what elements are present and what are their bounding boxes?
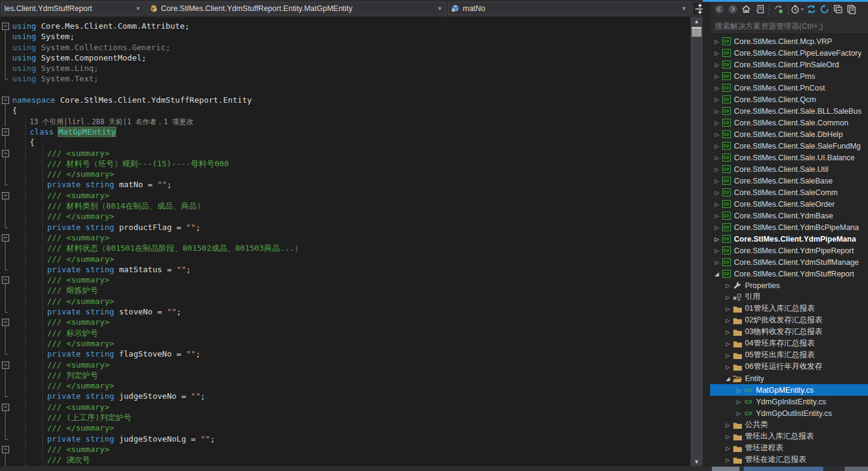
chevron-collapsed-icon[interactable]: ▷	[724, 457, 732, 463]
chevron-collapsed-icon[interactable]: ▷	[713, 39, 721, 45]
outlining-collapse-icon[interactable]	[0, 232, 12, 243]
chevron-expanded-icon[interactable]: ◢	[724, 376, 732, 382]
tree-item[interactable]: ▷06管坯运行年月收发存	[710, 361, 868, 373]
chevron-collapsed-icon[interactable]: ▷	[713, 97, 721, 103]
outlining-collapse-icon[interactable]	[0, 95, 12, 105]
editor-vertical-scrollbar[interactable]: ▲ ▼	[690, 17, 703, 466]
track-active-item-button[interactable]	[772, 4, 785, 17]
tree-item[interactable]: ▷C#Core.StlMes.Client.Sale.SaleFundMg	[710, 140, 868, 152]
outlining-collapse-icon[interactable]	[0, 190, 12, 201]
solution-explorer-search-input[interactable]: 搜索解决方案资源管理器(Ctrl+;)	[710, 19, 868, 34]
chevron-collapsed-icon[interactable]: ▷	[713, 62, 721, 68]
outlining-collapse-icon[interactable]	[0, 317, 12, 327]
sync-active-document-button[interactable]	[753, 4, 766, 17]
chevron-collapsed-icon[interactable]: ▷	[713, 85, 721, 91]
chevron-collapsed-icon[interactable]: ▷	[713, 259, 721, 265]
tree-item[interactable]: ▷C#YdmGpInlistEntity.cs	[710, 396, 868, 407]
tree-item[interactable]: ◢Entity	[710, 373, 868, 384]
tree-item[interactable]: ▷C#Core.StlMes.Client.Sale.DbHelp	[710, 128, 868, 140]
chevron-collapsed-icon[interactable]: ▷	[724, 445, 732, 451]
tree-item[interactable]: ▷C#Core.StlMes.Client.Sale.Util	[710, 163, 868, 175]
tree-item[interactable]: ▷C#YdmGpOutlistEntity.cs	[710, 407, 868, 419]
tree-item[interactable]: ▷C#Core.StlMes.Client.Sale.Common	[710, 117, 868, 128]
type-dropdown[interactable]: Core.StlMes.Client.YdmStuffReport.Entity…	[146, 2, 446, 15]
tree-item[interactable]: ▷C#Core.StlMes.Client.YdmStuffManage	[710, 256, 868, 268]
home-button[interactable]	[739, 4, 753, 17]
chevron-collapsed-icon[interactable]: ▷	[713, 155, 721, 161]
chevron-collapsed-icon[interactable]: ▷	[735, 387, 743, 393]
outlining-collapse-icon[interactable]	[0, 402, 12, 412]
chevron-collapsed-icon[interactable]: ▷	[713, 224, 721, 231]
back-button[interactable]	[713, 4, 726, 17]
tree-item[interactable]: ▷C#Core.StlMes.Client.YdmPipeReport	[710, 245, 868, 256]
properties-button[interactable]	[845, 4, 858, 17]
tree-item[interactable]: ▷管坯进程表	[710, 442, 868, 454]
chevron-collapsed-icon[interactable]: ▷	[724, 434, 732, 440]
collapse-all-button[interactable]	[831, 4, 845, 17]
outlining-collapse-icon[interactable]	[0, 360, 12, 370]
tree-item[interactable]: ▷C#Core.StlMes.Client.Sale.BLL.SaleBus	[710, 105, 868, 117]
tree-item[interactable]: ▷C#Core.StlMes.Client.Qcm	[710, 94, 868, 105]
tree-item[interactable]: ▷C#Core.StlMes.Client.Sale.UI.Balance	[710, 152, 868, 163]
scroll-up-icon[interactable]: ▲	[690, 17, 703, 26]
chevron-collapsed-icon[interactable]: ▷	[724, 317, 732, 324]
tree-item[interactable]: ▷02炉批收发存汇总报表	[710, 314, 868, 326]
chevron-collapsed-icon[interactable]: ▷	[735, 399, 743, 405]
chevron-collapsed-icon[interactable]: ▷	[713, 50, 721, 56]
tree-item[interactable]: ▷C#Core.StlMes.Client.Mcp.VRP	[710, 35, 868, 47]
tree-item[interactable]: ◢C#Core.StlMes.Client.YdmStuffReport	[710, 268, 868, 280]
tree-item[interactable]: ▷引用	[710, 291, 868, 303]
chevron-expanded-icon[interactable]: ◢	[713, 271, 721, 277]
tree-item[interactable]: ▷Properties	[710, 280, 868, 291]
tree-item[interactable]: ▷01管坯入库汇总报表	[710, 303, 868, 314]
chevron-collapsed-icon[interactable]: ▷	[735, 410, 743, 417]
project-dropdown[interactable]: les.Client.YdmStuffReport ▼	[1, 2, 144, 15]
tree-item[interactable]: ▷C#Core.StlMes.Client.SaleComm	[710, 187, 868, 198]
refresh-button[interactable]	[804, 4, 818, 17]
tree-item[interactable]: ▷C#Core.StlMes.Client.YdmBcPipeMana	[710, 221, 868, 233]
tree-item[interactable]: ▷管坯出入库汇总报表	[710, 431, 868, 442]
tree-item[interactable]: ▷C#Core.StlMes.Client.PipeLeaveFactory	[710, 47, 868, 59]
chevron-collapsed-icon[interactable]: ▷	[724, 422, 732, 428]
tree-item[interactable]: ▷C#Core.StlMes.Client.SaleBase	[710, 175, 868, 187]
tree-item[interactable]: ▷03物料收发存汇总报表	[710, 326, 868, 338]
scrollbar-thumb[interactable]	[692, 27, 702, 37]
tree-item[interactable]: ▷管坯在途汇总报表	[710, 454, 868, 465]
chevron-collapsed-icon[interactable]: ▷	[724, 294, 732, 300]
outlining-collapse-icon[interactable]	[0, 21, 12, 31]
chevron-collapsed-icon[interactable]: ▷	[724, 341, 732, 347]
chevron-collapsed-icon[interactable]: ▷	[713, 132, 721, 138]
outlining-collapse-icon[interactable]	[0, 444, 12, 454]
chevron-collapsed-icon[interactable]: ▷	[713, 143, 721, 149]
chevron-collapsed-icon[interactable]: ▷	[724, 283, 732, 289]
chevron-collapsed-icon[interactable]: ▷	[713, 236, 721, 242]
chevron-collapsed-icon[interactable]: ▷	[713, 178, 721, 184]
chevron-collapsed-icon[interactable]: ▷	[713, 201, 721, 207]
chevron-collapsed-icon[interactable]: ▷	[713, 166, 721, 172]
tree-item[interactable]: ▷C#Core.StlMes.Client.YdmPipeMana	[710, 233, 868, 245]
tree-item[interactable]: ▷C#Core.StlMes.Client.Pms	[710, 70, 868, 82]
chevron-collapsed-icon[interactable]: ▷	[713, 108, 721, 114]
update-button[interactable]	[818, 4, 831, 17]
pending-changes-filter-button[interactable]	[791, 4, 804, 17]
codelens-info[interactable]: 13 个引用|lirl，288 天前|1 名作者，1 项更改	[30, 117, 193, 126]
scroll-down-icon[interactable]: ▼	[690, 458, 703, 466]
outlining-collapse-icon[interactable]	[0, 148, 12, 158]
outlining-collapse-icon[interactable]	[0, 127, 12, 137]
chevron-collapsed-icon[interactable]: ▷	[713, 73, 721, 80]
chevron-collapsed-icon[interactable]: ▷	[724, 306, 732, 312]
chevron-collapsed-icon[interactable]: ▷	[724, 364, 732, 370]
chevron-collapsed-icon[interactable]: ▷	[724, 352, 732, 358]
chevron-collapsed-icon[interactable]: ▷	[713, 248, 721, 254]
tree-item[interactable]: ▷04管坯库存汇总报表	[710, 338, 868, 349]
chevron-collapsed-icon[interactable]: ▷	[713, 120, 721, 126]
tree-item[interactable]: ▷C#MatGpMEntity.cs	[710, 384, 868, 396]
tree-item[interactable]: ▷C#Core.StlMes.Client.PnCost	[710, 82, 868, 94]
forward-button[interactable]	[726, 4, 739, 17]
outlining-collapse-icon[interactable]	[0, 275, 12, 285]
tree-item[interactable]: ▷C#Core.StlMes.Client.PlnSaleOrd	[710, 59, 868, 70]
code-editor[interactable]: using Core.Mes.Client.Comm.Attribute;usi…	[0, 17, 690, 466]
chevron-collapsed-icon[interactable]: ▷	[713, 190, 721, 196]
chevron-collapsed-icon[interactable]: ▷	[724, 329, 732, 335]
tree-item[interactable]: ▷C#Core.StlMes.Client.YdmBase	[710, 210, 868, 221]
